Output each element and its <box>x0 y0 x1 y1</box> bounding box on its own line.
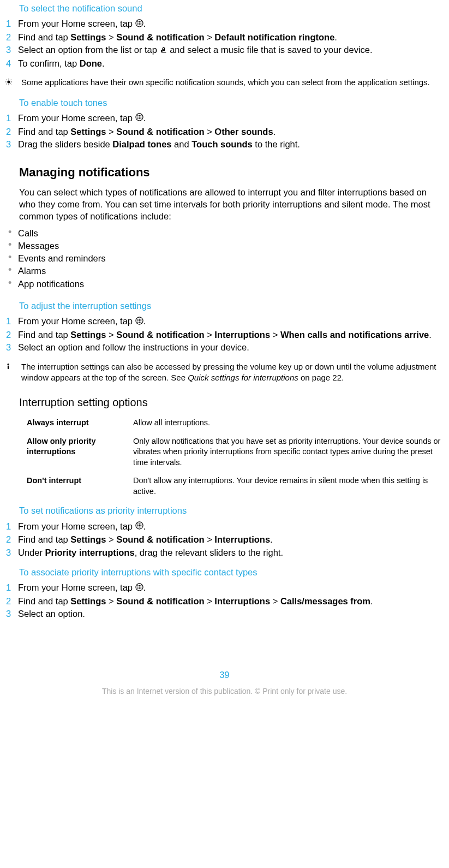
step-item: 3Select an option and follow the instruc… <box>19 341 438 353</box>
step-item: 1From your Home screen, tap . <box>19 520 438 533</box>
step-item: 1From your Home screen, tap . <box>19 112 438 125</box>
paragraph: You can select which types of notificati… <box>19 186 435 223</box>
step-item: 2Find and tap Settings > Sound & notific… <box>19 329 438 341</box>
bullet-item: •App notifications <box>19 278 449 290</box>
step-item: 1From your Home screen, tap . <box>19 315 438 328</box>
step-list: 1From your Home screen, tap . 2Find and … <box>19 581 438 620</box>
section-heading: To associate priority interruptions with… <box>19 566 449 578</box>
tip-note: Some applications have their own specifi… <box>19 77 438 88</box>
step-list: 1From your Home screen, tap . 2Find and … <box>19 520 438 558</box>
section-heading: To select the notification sound <box>19 2 449 14</box>
step-list: 1From your Home screen, tap . 2Find and … <box>19 112 438 150</box>
bullet-item: •Calls <box>19 227 449 239</box>
step-item: 3Drag the sliders beside Dialpad tones a… <box>19 138 438 150</box>
exclaim-icon <box>5 361 21 373</box>
step-item: 4To confirm, tap Done. <box>19 57 438 69</box>
music-icon <box>160 44 167 56</box>
step-item: 2Find and tap Settings > Sound & notific… <box>19 533 438 545</box>
apps-icon <box>135 316 143 328</box>
bullet-item: •Events and reminders <box>19 252 449 264</box>
h1-heading: Managing notifications <box>19 164 449 181</box>
step-list: 1From your Home screen, tap . 2Find and … <box>19 17 438 69</box>
apps-icon <box>135 582 143 594</box>
options-table: Always interruptAllow all interruptions.… <box>27 418 449 497</box>
apps-icon <box>135 112 143 124</box>
step-item: 3Under Priority interruptions, drag the … <box>19 546 438 558</box>
warning-note: The interruption settings can also be ac… <box>19 361 438 384</box>
step-list: 1From your Home screen, tap . 2Find and … <box>19 315 438 353</box>
apps-icon <box>135 520 143 532</box>
bullet-list: •Calls •Messages •Events and reminders •… <box>19 227 449 290</box>
option-row: Allow only priority interruptionsOnly al… <box>27 436 449 468</box>
apps-icon <box>135 18 143 30</box>
page-number: 39 <box>0 669 449 681</box>
bullet-item: •Alarms <box>19 265 449 277</box>
section-heading: To adjust the interruption settings <box>19 300 449 312</box>
step-item: 3Select an option from the list or tap a… <box>19 44 438 57</box>
option-row: Don't interruptDon't allow any interrupt… <box>27 475 449 497</box>
step-item: 2Find and tap Settings > Sound & notific… <box>19 126 438 138</box>
step-item: 2Find and tap Settings > Sound & notific… <box>19 31 438 43</box>
step-item: 1From your Home screen, tap . <box>19 581 438 594</box>
section-heading: To enable touch tones <box>19 97 449 109</box>
footer-text: This is an Internet version of this publ… <box>0 686 449 697</box>
bullet-item: •Messages <box>19 240 449 252</box>
step-item: 1From your Home screen, tap . <box>19 17 438 31</box>
step-item: 2Find and tap Settings > Sound & notific… <box>19 595 438 607</box>
step-item: 3Select an option. <box>19 608 438 620</box>
h2-heading: Interruption setting options <box>19 395 449 410</box>
bulb-icon <box>5 77 21 88</box>
section-heading: To set notifications as priority interru… <box>19 504 449 516</box>
option-row: Always interruptAllow all interruptions. <box>27 418 449 429</box>
